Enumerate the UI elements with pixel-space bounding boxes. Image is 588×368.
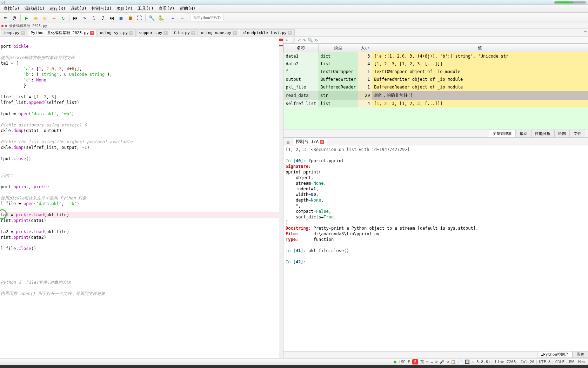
status-icon[interactable]: 📄 [458,360,463,364]
close-icon[interactable]: × [320,140,324,144]
file-tab[interactable]: temp.py× [1,29,27,36]
var-panel-tab[interactable]: 绘图 [554,130,570,137]
refresh-icon[interactable]: ↻ [315,38,318,42]
variable-row[interactable]: outputBufferedWriter1BufferedWriter obje… [284,75,588,83]
status-icon[interactable]: 🔲 [465,360,470,364]
at-icon[interactable]: @ [11,14,18,22]
file-tab-label: temp.py [3,31,19,35]
step-out-icon[interactable]: ⤴ [99,14,107,22]
menu-item[interactable]: 项目(P) [114,5,135,12]
menu-item[interactable]: 工具(T) [135,5,156,12]
edit-icon[interactable]: ✎ [303,38,306,42]
working-dir-path[interactable]: E:\Python\PWD [190,14,224,21]
wrench-icon[interactable]: 🔧 [148,14,155,22]
exit-debug-icon[interactable]: ⏹ [126,14,134,22]
variable-table[interactable]: 名称类型大小值 data1dict3{'a':[1, 2.0, 3, (4+6j… [283,44,588,107]
var-header[interactable]: 类型 [318,44,358,52]
run-cell-next-icon[interactable]: ▥ [41,14,49,22]
file-tab[interactable]: fibo.py× [171,29,198,36]
var-header[interactable]: 名称 [284,44,319,52]
var-panel-tab[interactable]: 文件 [570,130,585,137]
var-cell-size: 1 [358,68,372,75]
file-tab-label: fibo.py [173,31,189,35]
status-eol[interactable]: CRLF [555,360,564,364]
stop-icon[interactable]: ■ [117,14,125,22]
menu-item[interactable]: 查找(S) [1,5,22,12]
status-icon[interactable]: ☁ [430,360,433,364]
status-line-col[interactable]: Line 7203, Col 20 [495,360,535,364]
close-icon[interactable]: × [191,31,195,35]
separator [20,14,21,21]
console-bottom-tab[interactable]: 历史 [573,351,588,358]
file-tab[interactable]: using_sys.py× [98,29,136,36]
variable-row[interactable]: pkl_fileBufferedReader1BufferedReader ob… [284,83,588,91]
save-icon[interactable]: ⬇ [286,38,288,42]
menu-item[interactable]: 帮助(H) [178,5,198,12]
variable-row[interactable]: data1dict3{'a':[1, 2.0, 3, (4+6j)], 'b':… [284,52,588,60]
console-bottom-tab[interactable]: IPython控制台 [537,351,573,358]
status-ime-lang[interactable]: 英 [420,359,424,364]
close-icon[interactable]: × [90,31,94,35]
var-panel-tab[interactable]: 帮助 [516,130,531,137]
editor-scrollbar[interactable] [279,37,283,358]
close-icon[interactable]: × [233,31,237,35]
console-tab[interactable]: 控制台 1/A × [293,138,327,145]
step-over-icon[interactable]: ↷ [81,14,88,22]
status-icon[interactable]: 🎤 [440,360,445,364]
restart-icon[interactable]: ↻ [59,14,67,22]
file-tab-label: cloudpickle_fast.py [242,31,287,35]
console-output[interactable]: [1, 2, 3, <Recursion on list with id=194… [283,145,588,351]
close-icon[interactable]: × [288,31,292,35]
status-icon[interactable]: ⚙ [447,360,449,364]
var-cell-value: TextIOWrapper object of _io module [372,68,588,75]
menu-icon[interactable]: ≡ [1,14,9,22]
variable-row[interactable]: read_datastr29是的，的确非常好!! [284,91,588,100]
file-tab[interactable]: support.py× [136,29,170,36]
var-panel-tab[interactable]: 性能分析 [531,130,554,137]
debug-start-icon[interactable]: ⏮ [72,14,79,22]
run-selection-icon[interactable]: ↦ [50,14,58,22]
menu-item[interactable]: 运行(R) [47,5,68,12]
status-mem[interactable]: Mem [578,360,585,364]
variable-row[interactable]: data2list4[1, 2, 3, [1, 2, 3, [...]]] [284,60,588,68]
nav-back-icon[interactable]: ← [169,14,177,22]
menu-item[interactable]: 调试(D) [68,5,89,12]
status-icon[interactable]: ☺ [435,360,437,364]
tabs-menu-icon[interactable]: ≡ [584,29,587,34]
run-cell-icon[interactable]: ▣ [32,14,40,22]
file-tab[interactable]: Python 量化编程基础-2023.py× [28,29,96,36]
close-icon[interactable]: × [21,31,25,35]
run-icon[interactable]: ▶ [23,14,31,22]
fit-icon[interactable]: ⤢ [298,38,301,42]
status-icon[interactable]: 📋 [451,360,456,364]
search-icon[interactable]: 🔍 [308,38,313,42]
status-icon[interactable]: ⊞ [472,360,474,364]
console-menu-icon[interactable]: ▥ [285,139,291,145]
maximize-icon[interactable]: ⛶ [135,14,143,22]
ime-badge[interactable]: S [412,359,418,364]
python-icon[interactable]: 🐍 [157,14,165,22]
status-lsp[interactable]: LSP P [399,360,410,364]
close-icon[interactable]: × [163,31,168,35]
continue-icon[interactable]: ⏭ [108,14,116,22]
menu-item[interactable]: 控制台(O) [89,5,114,12]
nav-fwd-icon[interactable]: → [178,14,186,22]
code-editor[interactable]: port pickle 使用pickle模块将数据对象保存到文件 ta1 = {… [0,37,283,358]
step-in-icon[interactable]: ⤵ [90,14,98,22]
status-python-version[interactable]: 3.8.8) [476,360,490,364]
file-tab[interactable]: cloudpickle_fast.py× [240,29,295,36]
var-header[interactable]: 大小 [358,44,372,52]
menu-item[interactable]: 源代码(C) [22,5,47,12]
menu-item[interactable]: 查看(V) [156,5,177,12]
status-icon[interactable]: ⌨ [426,360,429,364]
variable-row[interactable]: fTextIOWrapper1TextIOWrapper object of _… [284,68,588,75]
close-icon[interactable]: × [129,31,133,35]
file-tab[interactable]: using_name.py× [199,29,239,36]
save-all-icon[interactable]: 📄 [290,38,295,42]
var-header[interactable]: 值 [372,44,588,52]
var-panel-tab[interactable]: 变量管理器 [489,130,516,137]
var-cell-value: [1, 2, 3, [1, 2, 3, [...]]] [372,60,588,68]
status-perm[interactable]: RW [569,360,574,364]
variable-row[interactable]: selfref_listlist4[1, 2, 3, [1, 2, 3, [..… [284,100,588,107]
status-encoding[interactable]: UTF-8 [539,360,550,364]
